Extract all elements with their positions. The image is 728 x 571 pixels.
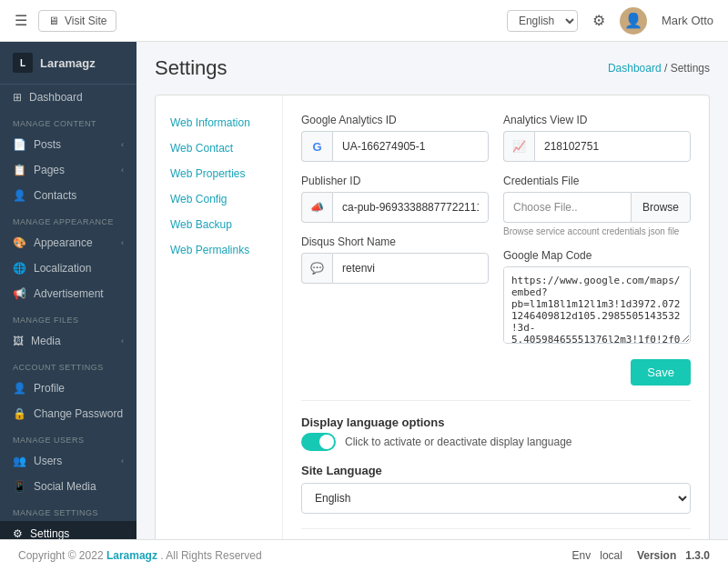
social-media-icon: 📱 bbox=[13, 480, 26, 493]
sidebar-item-pages[interactable]: 📋 Pages ‹ bbox=[0, 157, 136, 183]
posts-icon: 📄 bbox=[13, 138, 26, 151]
toggle-knob bbox=[319, 435, 334, 449]
monitor-icon: 🖥 bbox=[48, 15, 59, 27]
disqus-icon: 💬 bbox=[301, 253, 332, 284]
chevron-icon: ‹ bbox=[121, 456, 124, 466]
sidebar-item-media[interactable]: 🖼 Media ‹ bbox=[0, 328, 136, 354]
settings-grid: Google Analytics ID G Publisher ID 📣 bbox=[301, 114, 691, 386]
sidebar-item-localization[interactable]: 🌐 Localization bbox=[0, 255, 136, 281]
breadcrumb-home[interactable]: Dashboard bbox=[608, 62, 662, 75]
user-name: Mark Otto bbox=[662, 14, 713, 27]
dashboard-icon: ⊞ bbox=[13, 91, 22, 104]
chevron-icon: ‹ bbox=[121, 336, 124, 346]
page-title: Settings bbox=[155, 56, 228, 80]
settings-nav-web-permalinks[interactable]: Web Permalinks bbox=[156, 237, 282, 263]
nav-right: English ⚙ 👤 Mark Otto bbox=[507, 7, 713, 35]
footer-copyright: Copyright © 2022 Laramagz . All Rights R… bbox=[18, 549, 262, 562]
publisher-id-input[interactable] bbox=[332, 192, 489, 223]
media-icon: 🖼 bbox=[13, 335, 24, 347]
top-navbar: ☰ 🖥 Visit Site English ⚙ 👤 Mark Otto bbox=[0, 0, 728, 42]
main-layout: L Laramagz ⊞ Dashboard Manage Content 📄 … bbox=[0, 42, 728, 539]
appearance-icon: 🎨 bbox=[13, 236, 26, 249]
lock-icon: 🔒 bbox=[13, 407, 26, 420]
settings-nav-web-backup[interactable]: Web Backup bbox=[156, 212, 282, 237]
disqus-short-name-label: Disqus Short Name bbox=[301, 235, 489, 248]
disqus-short-name-group: Disqus Short Name 💬 bbox=[301, 235, 489, 284]
credentials-file-label: Credentials File bbox=[503, 175, 691, 187]
footer-brand-link[interactable]: Laramagz bbox=[106, 549, 157, 562]
divider-2 bbox=[301, 528, 691, 529]
analytics-view-id-group: Analytics View ID 📈 bbox=[503, 114, 691, 162]
settings-nav-web-properties[interactable]: Web Properties bbox=[156, 161, 282, 186]
publisher-id-group: Publisher ID 📣 bbox=[301, 175, 489, 223]
google-analytics-id-input[interactable] bbox=[332, 131, 489, 162]
footer-version: Version 1.3.0 bbox=[637, 549, 710, 562]
sidebar-item-change-password[interactable]: 🔒 Change Password bbox=[0, 401, 136, 426]
google-icon: G bbox=[301, 131, 332, 162]
sidebar-item-appearance[interactable]: 🎨 Appearance ‹ bbox=[0, 230, 136, 255]
site-language-title: Site Language bbox=[301, 464, 691, 477]
chevron-icon: ‹ bbox=[121, 238, 124, 247]
sidebar-item-contacts[interactable]: 👤 Contacts bbox=[0, 183, 136, 208]
nav-left: ☰ 🖥 Visit Site bbox=[15, 10, 116, 32]
logo-box: L bbox=[13, 53, 33, 73]
settings-left-col: Google Analytics ID G Publisher ID 📣 bbox=[301, 114, 489, 386]
publisher-icon: 📣 bbox=[301, 192, 332, 223]
site-language-section: Site Language English Indonesian Spanish… bbox=[301, 464, 691, 514]
users-icon: 👥 bbox=[13, 455, 26, 467]
google-map-code-group: Google Map Code https://www.google.com/m… bbox=[503, 249, 691, 346]
hamburger-icon[interactable]: ☰ bbox=[15, 12, 27, 29]
profile-icon: 👤 bbox=[13, 382, 26, 395]
page-header: Settings Dashboard / Settings bbox=[155, 56, 710, 80]
credentials-file-group: Credentials File Choose File.. Browse Br… bbox=[503, 175, 691, 236]
sidebar-item-dashboard[interactable]: ⊞ Dashboard bbox=[0, 85, 136, 110]
sidebar-item-profile[interactable]: 👤 Profile bbox=[0, 376, 136, 401]
sidebar-logo: L Laramagz bbox=[0, 42, 136, 85]
section-label-manage-settings: Manage Settings bbox=[0, 499, 136, 521]
disqus-short-name-input[interactable] bbox=[332, 253, 489, 284]
sidebar: L Laramagz ⊞ Dashboard Manage Content 📄 … bbox=[0, 42, 136, 539]
breadcrumb-current: Settings bbox=[671, 62, 710, 75]
save-button[interactable]: Save bbox=[631, 359, 691, 386]
content-area: Settings Dashboard / Settings Web Inform… bbox=[136, 42, 728, 539]
settings-icon: ⚙ bbox=[13, 527, 23, 539]
sidebar-item-social-media[interactable]: 📱 Social Media bbox=[0, 474, 136, 499]
visit-site-button[interactable]: 🖥 Visit Site bbox=[38, 10, 116, 32]
section-label-manage-users: Manage Users bbox=[0, 426, 136, 448]
google-map-code-input[interactable]: https://www.google.com/maps/embed?pb=l1m… bbox=[503, 266, 691, 344]
sidebar-item-posts[interactable]: 📄 Posts ‹ bbox=[0, 132, 136, 157]
settings-form: Google Analytics ID G Publisher ID 📣 bbox=[283, 95, 709, 539]
section-label-account-settings: Account Settings bbox=[0, 354, 136, 376]
credentials-file-placeholder: Choose File.. bbox=[503, 192, 631, 223]
footer-env: Env local bbox=[572, 549, 622, 562]
display-language-toggle[interactable] bbox=[301, 433, 336, 451]
breadcrumb-separator: / bbox=[664, 62, 671, 75]
sidebar-item-advertisement[interactable]: 📢 Advertisement bbox=[0, 281, 136, 306]
gear-button[interactable]: ⚙ bbox=[592, 12, 605, 29]
localization-icon: 🌐 bbox=[13, 262, 26, 275]
google-map-code-label: Google Map Code bbox=[503, 249, 691, 262]
display-language-toggle-label: Click to activate or deactivate display … bbox=[345, 436, 571, 448]
google-analytics-id-group: Google Analytics ID G bbox=[301, 114, 489, 162]
divider bbox=[301, 400, 691, 401]
sidebar-item-settings[interactable]: ⚙ Settings bbox=[0, 521, 136, 539]
chevron-icon: ‹ bbox=[121, 140, 124, 149]
settings-nav-web-information[interactable]: Web Information bbox=[156, 110, 282, 135]
contacts-icon: 👤 bbox=[13, 189, 26, 202]
display-language-section: Display language options Click to activa… bbox=[301, 416, 691, 451]
section-label-manage-files: Manage Files bbox=[0, 306, 136, 328]
browse-button[interactable]: Browse bbox=[631, 192, 691, 223]
section-label-manage-appearance: Manage Appearance bbox=[0, 208, 136, 230]
credentials-file-hint: Browse service account credentials json … bbox=[503, 226, 691, 236]
settings-nav-web-contact[interactable]: Web Contact bbox=[156, 135, 282, 161]
save-row: Save bbox=[503, 359, 691, 386]
avatar: 👤 bbox=[620, 7, 647, 35]
site-language-select[interactable]: English Indonesian Spanish French bbox=[301, 483, 691, 514]
settings-nav-web-config[interactable]: Web Config bbox=[156, 186, 282, 212]
language-select[interactable]: English bbox=[507, 10, 578, 32]
sidebar-item-users[interactable]: 👥 Users ‹ bbox=[0, 448, 136, 474]
settings-panel: Web Information Web Contact Web Properti… bbox=[155, 95, 710, 539]
advertisement-icon: 📢 bbox=[13, 287, 26, 300]
breadcrumb: Dashboard / Settings bbox=[608, 62, 710, 75]
analytics-view-id-input[interactable] bbox=[534, 131, 691, 162]
